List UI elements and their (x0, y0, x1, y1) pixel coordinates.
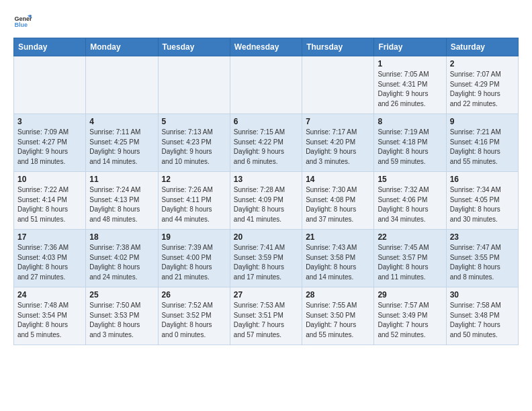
day-number: 17 (17, 232, 82, 242)
day-info: Sunrise: 7:15 AM Sunset: 4:22 PM Dayligh… (234, 128, 298, 167)
calendar-cell: 5Sunrise: 7:13 AM Sunset: 4:23 PM Daylig… (158, 114, 230, 172)
week-row-1: 1Sunrise: 7:05 AM Sunset: 4:31 PM Daylig… (14, 56, 519, 114)
day-number: 30 (450, 290, 515, 300)
day-number: 18 (89, 232, 154, 242)
day-info: Sunrise: 7:50 AM Sunset: 3:53 PM Dayligh… (89, 301, 154, 340)
calendar-cell: 19Sunrise: 7:39 AM Sunset: 4:00 PM Dayli… (158, 230, 230, 287)
calendar-cell: 11Sunrise: 7:24 AM Sunset: 4:13 PM Dayli… (86, 172, 158, 230)
col-header-saturday: Saturday (446, 38, 518, 56)
day-info: Sunrise: 7:19 AM Sunset: 4:18 PM Dayligh… (378, 128, 442, 167)
calendar-cell: 21Sunrise: 7:43 AM Sunset: 3:58 PM Dayli… (302, 230, 374, 287)
col-header-sunday: Sunday (14, 38, 86, 56)
day-info: Sunrise: 7:09 AM Sunset: 4:27 PM Dayligh… (17, 128, 82, 167)
calendar-cell: 8Sunrise: 7:19 AM Sunset: 4:18 PM Daylig… (374, 114, 446, 172)
day-info: Sunrise: 7:22 AM Sunset: 4:14 PM Dayligh… (17, 185, 82, 224)
calendar-cell: 7Sunrise: 7:17 AM Sunset: 4:20 PM Daylig… (302, 114, 374, 172)
calendar-cell: 30Sunrise: 7:58 AM Sunset: 3:48 PM Dayli… (446, 287, 518, 345)
day-number: 15 (378, 175, 442, 184)
day-info: Sunrise: 7:34 AM Sunset: 4:05 PM Dayligh… (450, 185, 515, 224)
day-number: 28 (306, 290, 370, 300)
day-info: Sunrise: 7:30 AM Sunset: 4:08 PM Dayligh… (306, 185, 370, 224)
day-number: 10 (17, 175, 82, 184)
calendar-cell: 27Sunrise: 7:53 AM Sunset: 3:51 PM Dayli… (230, 287, 302, 345)
day-number: 9 (450, 117, 515, 126)
day-number: 19 (162, 232, 226, 242)
day-number: 16 (450, 175, 515, 184)
calendar-cell: 28Sunrise: 7:55 AM Sunset: 3:50 PM Dayli… (302, 287, 374, 345)
calendar-table: SundayMondayTuesdayWednesdayThursdayFrid… (13, 38, 519, 345)
day-number: 26 (162, 290, 226, 300)
day-number: 27 (234, 290, 298, 300)
day-info: Sunrise: 7:26 AM Sunset: 4:11 PM Dayligh… (162, 185, 226, 224)
day-number: 14 (306, 175, 370, 184)
week-row-4: 17Sunrise: 7:36 AM Sunset: 4:03 PM Dayli… (14, 230, 519, 287)
week-row-2: 3Sunrise: 7:09 AM Sunset: 4:27 PM Daylig… (14, 114, 519, 172)
day-info: Sunrise: 7:53 AM Sunset: 3:51 PM Dayligh… (234, 301, 298, 340)
day-info: Sunrise: 7:57 AM Sunset: 3:49 PM Dayligh… (378, 301, 442, 340)
day-number: 21 (306, 232, 370, 242)
day-info: Sunrise: 7:07 AM Sunset: 4:29 PM Dayligh… (450, 70, 515, 109)
calendar-cell: 12Sunrise: 7:26 AM Sunset: 4:11 PM Dayli… (158, 172, 230, 230)
calendar-cell: 17Sunrise: 7:36 AM Sunset: 4:03 PM Dayli… (14, 230, 86, 287)
calendar-cell: 18Sunrise: 7:38 AM Sunset: 4:02 PM Dayli… (86, 230, 158, 287)
calendar-cell: 29Sunrise: 7:57 AM Sunset: 3:49 PM Dayli… (374, 287, 446, 345)
day-info: Sunrise: 7:58 AM Sunset: 3:48 PM Dayligh… (450, 301, 515, 340)
day-number: 11 (89, 175, 154, 184)
calendar-cell: 26Sunrise: 7:52 AM Sunset: 3:52 PM Dayli… (158, 287, 230, 345)
logo-icon: General Blue (13, 12, 32, 31)
day-number: 20 (234, 232, 298, 242)
day-number: 6 (234, 117, 298, 126)
calendar-cell: 1Sunrise: 7:05 AM Sunset: 4:31 PM Daylig… (374, 56, 446, 114)
day-info: Sunrise: 7:32 AM Sunset: 4:06 PM Dayligh… (378, 185, 442, 224)
calendar-cell: 2Sunrise: 7:07 AM Sunset: 4:29 PM Daylig… (446, 56, 518, 114)
calendar-cell: 10Sunrise: 7:22 AM Sunset: 4:14 PM Dayli… (14, 172, 86, 230)
day-info: Sunrise: 7:24 AM Sunset: 4:13 PM Dayligh… (89, 185, 154, 224)
calendar-cell (86, 56, 158, 114)
calendar-cell: 20Sunrise: 7:41 AM Sunset: 3:59 PM Dayli… (230, 230, 302, 287)
header-row: SundayMondayTuesdayWednesdayThursdayFrid… (14, 38, 519, 56)
col-header-monday: Monday (86, 38, 158, 56)
logo: General Blue (13, 12, 35, 31)
week-row-5: 24Sunrise: 7:48 AM Sunset: 3:54 PM Dayli… (14, 287, 519, 345)
calendar-cell: 25Sunrise: 7:50 AM Sunset: 3:53 PM Dayli… (86, 287, 158, 345)
day-number: 24 (17, 290, 82, 300)
calendar-cell: 13Sunrise: 7:28 AM Sunset: 4:09 PM Dayli… (230, 172, 302, 230)
page: General Blue SundayMondayTuesdayWednesda… (0, 0, 532, 353)
col-header-thursday: Thursday (302, 38, 374, 56)
col-header-friday: Friday (374, 38, 446, 56)
day-info: Sunrise: 7:05 AM Sunset: 4:31 PM Dayligh… (378, 70, 442, 109)
calendar-cell: 3Sunrise: 7:09 AM Sunset: 4:27 PM Daylig… (14, 114, 86, 172)
col-header-tuesday: Tuesday (158, 38, 230, 56)
calendar-cell (14, 56, 86, 114)
day-info: Sunrise: 7:45 AM Sunset: 3:57 PM Dayligh… (378, 243, 442, 282)
day-info: Sunrise: 7:43 AM Sunset: 3:58 PM Dayligh… (306, 243, 370, 282)
calendar-cell (302, 56, 374, 114)
calendar-cell: 15Sunrise: 7:32 AM Sunset: 4:06 PM Dayli… (374, 172, 446, 230)
day-info: Sunrise: 7:39 AM Sunset: 4:00 PM Dayligh… (162, 243, 226, 282)
header: General Blue (13, 12, 519, 31)
day-number: 7 (306, 117, 370, 126)
calendar-cell: 4Sunrise: 7:11 AM Sunset: 4:25 PM Daylig… (86, 114, 158, 172)
calendar-cell: 9Sunrise: 7:21 AM Sunset: 4:16 PM Daylig… (446, 114, 518, 172)
day-number: 12 (162, 175, 226, 184)
calendar-cell: 23Sunrise: 7:47 AM Sunset: 3:55 PM Dayli… (446, 230, 518, 287)
day-info: Sunrise: 7:21 AM Sunset: 4:16 PM Dayligh… (450, 128, 515, 167)
day-info: Sunrise: 7:36 AM Sunset: 4:03 PM Dayligh… (17, 243, 82, 282)
day-number: 5 (162, 117, 226, 126)
day-info: Sunrise: 7:11 AM Sunset: 4:25 PM Dayligh… (89, 128, 154, 167)
day-number: 22 (378, 232, 442, 242)
day-info: Sunrise: 7:55 AM Sunset: 3:50 PM Dayligh… (306, 301, 370, 340)
calendar-cell: 14Sunrise: 7:30 AM Sunset: 4:08 PM Dayli… (302, 172, 374, 230)
day-info: Sunrise: 7:47 AM Sunset: 3:55 PM Dayligh… (450, 243, 515, 282)
day-info: Sunrise: 7:13 AM Sunset: 4:23 PM Dayligh… (162, 128, 226, 167)
week-row-3: 10Sunrise: 7:22 AM Sunset: 4:14 PM Dayli… (14, 172, 519, 230)
day-info: Sunrise: 7:17 AM Sunset: 4:20 PM Dayligh… (306, 128, 370, 167)
day-number: 1 (378, 59, 442, 68)
day-info: Sunrise: 7:52 AM Sunset: 3:52 PM Dayligh… (162, 301, 226, 340)
day-info: Sunrise: 7:41 AM Sunset: 3:59 PM Dayligh… (234, 243, 298, 282)
day-info: Sunrise: 7:38 AM Sunset: 4:02 PM Dayligh… (89, 243, 154, 282)
calendar-cell (230, 56, 302, 114)
svg-text:Blue: Blue (14, 21, 28, 28)
calendar-cell (158, 56, 230, 114)
day-number: 8 (378, 117, 442, 126)
